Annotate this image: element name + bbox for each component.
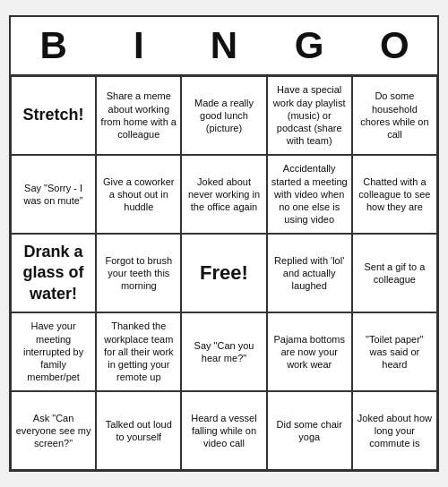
bingo-cell-11[interactable]: Forgot to brush your teeth this morning <box>96 234 181 312</box>
bingo-letter-n: N <box>185 24 263 67</box>
bingo-grid: Stretch!Share a meme about working from … <box>11 76 437 470</box>
bingo-letter-o: O <box>355 24 434 67</box>
bingo-letter-b: B <box>14 24 93 67</box>
bingo-letter-g: G <box>270 24 349 67</box>
bingo-cell-8[interactable]: Accidentally started a meeting with vide… <box>267 155 352 234</box>
bingo-cell-14[interactable]: Sent a gif to a colleague <box>352 234 437 312</box>
bingo-header: BINGO <box>11 17 437 76</box>
bingo-cell-4[interactable]: Do some household chores while on call <box>352 76 437 155</box>
bingo-cell-15[interactable]: Have your meeting interrupted by family … <box>11 312 96 391</box>
bingo-cell-23[interactable]: Did some chair yoga <box>267 391 352 470</box>
bingo-cell-16[interactable]: Thanked the workplace team for all their… <box>96 312 181 391</box>
bingo-cell-7[interactable]: Joked about never working in the office … <box>181 155 266 234</box>
bingo-cell-2[interactable]: Made a really good lunch (picture) <box>181 76 266 155</box>
bingo-cell-22[interactable]: Heard a vessel falling while on video ca… <box>181 391 266 470</box>
bingo-card: BINGO Stretch!Share a meme about working… <box>9 15 439 472</box>
bingo-cell-19[interactable]: "Toilet paper" was said or heard <box>352 312 437 391</box>
bingo-letter-i: I <box>99 24 178 67</box>
bingo-cell-6[interactable]: Give a coworker a shout out in huddle <box>96 155 181 234</box>
bingo-cell-17[interactable]: Say "Can you hear me?" <box>181 312 266 391</box>
bingo-cell-9[interactable]: Chatted with a colleague to see how they… <box>352 155 437 234</box>
bingo-cell-13[interactable]: Replied with 'lol' and actually laughed <box>267 234 352 312</box>
bingo-cell-12[interactable]: Free! <box>181 234 266 312</box>
bingo-cell-20[interactable]: Ask "Can everyone see my screen?" <box>11 391 96 470</box>
bingo-cell-24[interactable]: Joked about how long your commute is <box>352 391 437 470</box>
bingo-cell-5[interactable]: Say "Sorry - I was on mute" <box>11 155 96 234</box>
bingo-cell-18[interactable]: Pajama bottoms are now your work wear <box>267 312 352 391</box>
bingo-cell-1[interactable]: Share a meme about working from home wit… <box>96 76 181 155</box>
bingo-cell-3[interactable]: Have a special work day playlist (music)… <box>267 76 352 155</box>
bingo-cell-0[interactable]: Stretch! <box>11 76 96 155</box>
bingo-cell-21[interactable]: Talked out loud to yourself <box>96 391 181 470</box>
bingo-cell-10[interactable]: Drank a glass of water! <box>11 234 96 312</box>
